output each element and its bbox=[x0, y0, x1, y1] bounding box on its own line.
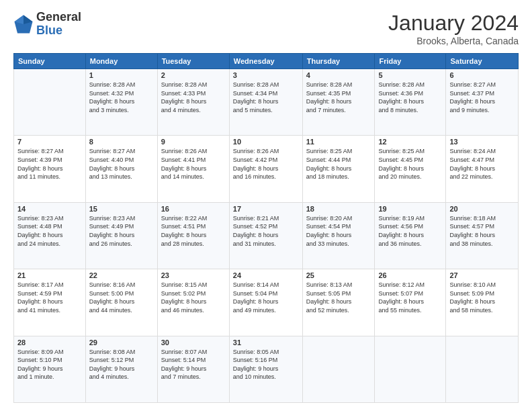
calendar-cell: 23Sunrise: 8:15 AMSunset: 5:02 PMDayligh… bbox=[157, 269, 229, 336]
calendar-cell: 7Sunrise: 8:27 AMSunset: 4:39 PMDaylight… bbox=[14, 136, 86, 202]
calendar-cell: 25Sunrise: 8:13 AMSunset: 5:05 PMDayligh… bbox=[302, 269, 375, 336]
calendar-cell: 12Sunrise: 8:25 AMSunset: 4:45 PMDayligh… bbox=[375, 136, 446, 202]
day-number: 22 bbox=[89, 271, 154, 279]
day-number: 15 bbox=[89, 205, 154, 213]
day-number: 26 bbox=[378, 271, 442, 279]
day-info: Sunrise: 8:28 AMSunset: 4:33 PMDaylight:… bbox=[161, 81, 226, 114]
day-info: Sunrise: 8:19 AMSunset: 4:56 PMDaylight:… bbox=[378, 214, 442, 248]
day-number: 4 bbox=[306, 71, 371, 79]
calendar-cell: 15Sunrise: 8:23 AMSunset: 4:49 PMDayligh… bbox=[85, 202, 157, 269]
day-info: Sunrise: 8:21 AMSunset: 4:52 PMDaylight:… bbox=[233, 214, 299, 248]
day-info: Sunrise: 8:17 AMSunset: 4:59 PMDaylight:… bbox=[17, 281, 82, 314]
day-number: 31 bbox=[233, 338, 299, 347]
logo: General Blue bbox=[13, 11, 81, 38]
day-info: Sunrise: 8:24 AMSunset: 4:47 PMDaylight:… bbox=[449, 147, 515, 181]
day-info: Sunrise: 8:05 AMSunset: 5:16 PMDaylight:… bbox=[233, 348, 299, 381]
day-number: 5 bbox=[378, 71, 442, 79]
location: Brooks, Alberta, Canada bbox=[388, 36, 519, 46]
calendar-cell: 18Sunrise: 8:20 AMSunset: 4:54 PMDayligh… bbox=[302, 202, 375, 269]
day-info: Sunrise: 8:18 AMSunset: 4:57 PMDaylight:… bbox=[449, 214, 515, 248]
day-number: 10 bbox=[233, 138, 299, 146]
day-info: Sunrise: 8:26 AMSunset: 4:42 PMDaylight:… bbox=[233, 147, 299, 181]
weekday-header-monday: Monday bbox=[85, 54, 157, 69]
day-info: Sunrise: 8:26 AMSunset: 4:41 PMDaylight:… bbox=[161, 147, 226, 181]
logo-text: General Blue bbox=[36, 11, 81, 38]
calendar-cell: 21Sunrise: 8:17 AMSunset: 4:59 PMDayligh… bbox=[14, 269, 86, 336]
day-number: 24 bbox=[233, 271, 299, 279]
calendar-cell: 29Sunrise: 8:08 AMSunset: 5:12 PMDayligh… bbox=[85, 336, 157, 402]
day-number: 18 bbox=[306, 205, 371, 213]
weekday-header-wednesday: Wednesday bbox=[229, 54, 302, 69]
calendar-week-5: 28Sunrise: 8:09 AMSunset: 5:10 PMDayligh… bbox=[14, 336, 519, 402]
day-number: 30 bbox=[161, 338, 226, 347]
calendar-cell: 5Sunrise: 8:28 AMSunset: 4:36 PMDaylight… bbox=[375, 69, 446, 136]
day-info: Sunrise: 8:16 AMSunset: 5:00 PMDaylight:… bbox=[89, 281, 154, 314]
weekday-header-saturday: Saturday bbox=[446, 54, 519, 69]
calendar-cell: 27Sunrise: 8:10 AMSunset: 5:09 PMDayligh… bbox=[446, 269, 519, 336]
day-info: Sunrise: 8:27 AMSunset: 4:40 PMDaylight:… bbox=[89, 147, 154, 181]
day-number: 27 bbox=[449, 271, 515, 279]
day-number: 23 bbox=[161, 271, 226, 279]
calendar-cell: 31Sunrise: 8:05 AMSunset: 5:16 PMDayligh… bbox=[229, 336, 302, 402]
weekday-header-sunday: Sunday bbox=[14, 54, 86, 69]
weekday-header-friday: Friday bbox=[375, 54, 446, 69]
calendar-cell: 20Sunrise: 8:18 AMSunset: 4:57 PMDayligh… bbox=[446, 202, 519, 269]
day-info: Sunrise: 8:28 AMSunset: 4:35 PMDaylight:… bbox=[306, 81, 371, 114]
calendar-cell: 14Sunrise: 8:23 AMSunset: 4:48 PMDayligh… bbox=[14, 202, 86, 269]
day-info: Sunrise: 8:28 AMSunset: 4:36 PMDaylight:… bbox=[378, 81, 442, 114]
day-number: 13 bbox=[449, 138, 515, 146]
day-number: 17 bbox=[233, 205, 299, 213]
calendar-cell: 26Sunrise: 8:12 AMSunset: 5:07 PMDayligh… bbox=[375, 269, 446, 336]
logo-icon bbox=[13, 14, 34, 34]
calendar-cell: 1Sunrise: 8:28 AMSunset: 4:32 PMDaylight… bbox=[85, 69, 157, 136]
day-number: 11 bbox=[306, 138, 371, 146]
day-number: 8 bbox=[89, 138, 154, 146]
day-info: Sunrise: 8:23 AMSunset: 4:48 PMDaylight:… bbox=[17, 214, 82, 248]
calendar-cell: 6Sunrise: 8:27 AMSunset: 4:37 PMDaylight… bbox=[446, 69, 519, 136]
calendar-cell: 8Sunrise: 8:27 AMSunset: 4:40 PMDaylight… bbox=[85, 136, 157, 202]
page: General Blue January 2024 Brooks, Albert… bbox=[0, 0, 532, 411]
calendar-cell bbox=[302, 336, 375, 402]
calendar-cell: 22Sunrise: 8:16 AMSunset: 5:00 PMDayligh… bbox=[85, 269, 157, 336]
day-info: Sunrise: 8:25 AMSunset: 4:44 PMDaylight:… bbox=[306, 147, 371, 181]
calendar-cell bbox=[375, 336, 446, 402]
day-info: Sunrise: 8:27 AMSunset: 4:39 PMDaylight:… bbox=[17, 147, 82, 181]
title-block: January 2024 Brooks, Alberta, Canada bbox=[388, 11, 519, 46]
calendar-week-4: 21Sunrise: 8:17 AMSunset: 4:59 PMDayligh… bbox=[14, 269, 519, 336]
calendar-cell: 17Sunrise: 8:21 AMSunset: 4:52 PMDayligh… bbox=[229, 202, 302, 269]
day-info: Sunrise: 8:23 AMSunset: 4:49 PMDaylight:… bbox=[89, 214, 154, 248]
calendar-cell: 3Sunrise: 8:28 AMSunset: 4:34 PMDaylight… bbox=[229, 69, 302, 136]
calendar-cell: 4Sunrise: 8:28 AMSunset: 4:35 PMDaylight… bbox=[302, 69, 375, 136]
calendar-cell: 30Sunrise: 8:07 AMSunset: 5:14 PMDayligh… bbox=[157, 336, 229, 402]
day-number: 6 bbox=[449, 71, 515, 79]
day-info: Sunrise: 8:09 AMSunset: 5:10 PMDaylight:… bbox=[17, 348, 82, 381]
day-info: Sunrise: 8:12 AMSunset: 5:07 PMDaylight:… bbox=[378, 281, 442, 314]
day-number: 7 bbox=[17, 138, 82, 146]
day-number: 20 bbox=[449, 205, 515, 213]
calendar-cell: 2Sunrise: 8:28 AMSunset: 4:33 PMDaylight… bbox=[157, 69, 229, 136]
day-number: 3 bbox=[233, 71, 299, 79]
day-number: 16 bbox=[161, 205, 226, 213]
logo-blue: Blue bbox=[36, 24, 81, 38]
month-title: January 2024 bbox=[388, 11, 519, 36]
day-info: Sunrise: 8:28 AMSunset: 4:34 PMDaylight:… bbox=[233, 81, 299, 114]
day-number: 28 bbox=[17, 338, 82, 347]
day-number: 12 bbox=[378, 138, 442, 146]
calendar-cell: 9Sunrise: 8:26 AMSunset: 4:41 PMDaylight… bbox=[157, 136, 229, 202]
day-number: 21 bbox=[17, 271, 82, 279]
calendar-cell bbox=[14, 69, 86, 136]
calendar-cell: 24Sunrise: 8:14 AMSunset: 5:04 PMDayligh… bbox=[229, 269, 302, 336]
weekday-header-tuesday: Tuesday bbox=[157, 54, 229, 69]
calendar-week-1: 1Sunrise: 8:28 AMSunset: 4:32 PMDaylight… bbox=[14, 69, 519, 136]
calendar-cell: 10Sunrise: 8:26 AMSunset: 4:42 PMDayligh… bbox=[229, 136, 302, 202]
day-info: Sunrise: 8:27 AMSunset: 4:37 PMDaylight:… bbox=[449, 81, 515, 114]
day-number: 14 bbox=[17, 205, 82, 213]
calendar-cell bbox=[446, 336, 519, 402]
calendar-cell: 13Sunrise: 8:24 AMSunset: 4:47 PMDayligh… bbox=[446, 136, 519, 202]
day-info: Sunrise: 8:25 AMSunset: 4:45 PMDaylight:… bbox=[378, 147, 442, 181]
calendar-week-2: 7Sunrise: 8:27 AMSunset: 4:39 PMDaylight… bbox=[14, 136, 519, 202]
calendar-table: SundayMondayTuesdayWednesdayThursdayFrid… bbox=[13, 53, 519, 403]
day-info: Sunrise: 8:07 AMSunset: 5:14 PMDaylight:… bbox=[161, 348, 226, 381]
calendar-cell: 19Sunrise: 8:19 AMSunset: 4:56 PMDayligh… bbox=[375, 202, 446, 269]
day-info: Sunrise: 8:28 AMSunset: 4:32 PMDaylight:… bbox=[89, 81, 154, 114]
